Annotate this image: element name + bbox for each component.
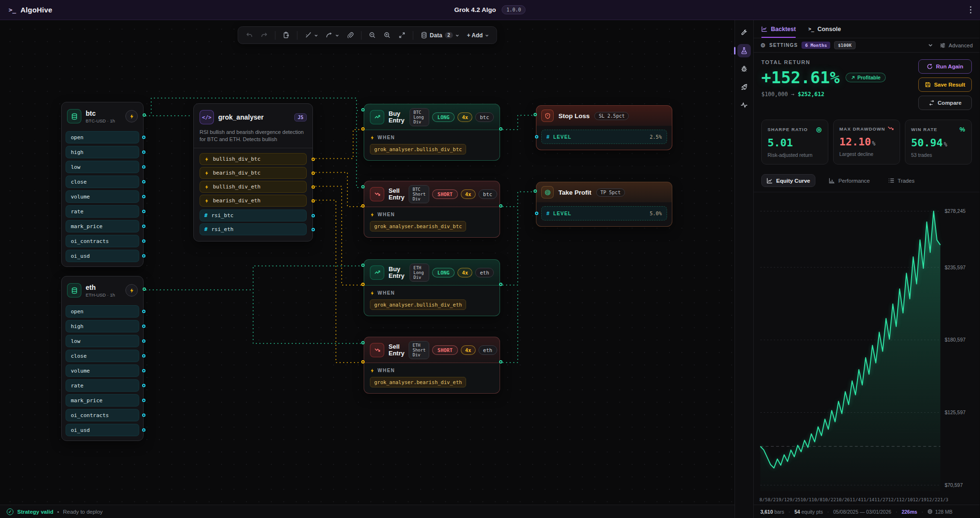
port-row: low xyxy=(66,335,139,347)
lightning-icon xyxy=(370,212,375,217)
tab-performance[interactable]: Performance xyxy=(824,175,875,187)
output-port[interactable] xyxy=(142,136,145,139)
port-label: rate xyxy=(71,383,84,389)
output-port[interactable] xyxy=(142,165,145,169)
output-port[interactable] xyxy=(142,399,145,402)
exec-output-port[interactable] xyxy=(499,360,502,364)
output-port[interactable] xyxy=(142,151,145,154)
market-input-port[interactable] xyxy=(361,108,365,111)
exec-input-port[interactable] xyxy=(534,189,537,193)
strategy-canvas[interactable]: Data 2 + Add xyxy=(0,20,735,518)
attach-icon[interactable] xyxy=(344,29,356,41)
node-stop-loss[interactable]: Stop Loss SL 2.5pct # LEVEL 2.5% xyxy=(536,105,672,150)
tab-equity-curve[interactable]: Equity Curve xyxy=(761,174,815,187)
output-port[interactable] xyxy=(142,225,145,228)
x-tick-label: 12/19 xyxy=(913,497,926,502)
redo-icon[interactable] xyxy=(257,29,270,41)
total-return-value: +152.61% xyxy=(761,68,840,87)
clipboard-icon[interactable] xyxy=(279,29,292,41)
exec-output-port[interactable] xyxy=(499,204,502,208)
node-eth-data[interactable]: eth ETH-USD · 1h open high low close vol… xyxy=(61,276,144,441)
compare-button[interactable]: Compare xyxy=(918,96,972,110)
list-icon xyxy=(888,177,894,184)
period-badge[interactable]: 6 Months xyxy=(802,42,830,49)
tab-backtest[interactable]: Backtest xyxy=(761,20,796,38)
output-port[interactable] xyxy=(142,354,145,358)
node-buy-entry-eth[interactable]: Buy Entry ETH Long Div LONG 4x eth WHEN … xyxy=(364,259,500,316)
fit-view-icon[interactable] xyxy=(395,29,408,41)
number-output-port[interactable] xyxy=(312,228,315,231)
output-port[interactable] xyxy=(142,210,145,213)
node-grok-analyser[interactable]: </> grok_analyser JS RSI bullish and bea… xyxy=(193,103,313,242)
monitor-activity-icon[interactable] xyxy=(737,99,751,112)
output-port[interactable] xyxy=(142,180,145,184)
output-port[interactable] xyxy=(142,429,145,432)
number-output-port[interactable] xyxy=(312,214,315,217)
signal-output-port[interactable] xyxy=(312,157,315,161)
market-input-port[interactable] xyxy=(361,185,365,188)
output-port[interactable] xyxy=(142,254,145,258)
magic-wand-icon[interactable] xyxy=(301,29,321,41)
level-input-port[interactable] xyxy=(535,135,538,139)
node-sell-entry-eth[interactable]: Sell Entry ETH Short Div SHORT 4x eth WH… xyxy=(364,337,500,394)
signal-output-port[interactable] xyxy=(312,199,315,202)
port-row: rate xyxy=(66,379,139,392)
deploy-rocket-icon[interactable] xyxy=(737,80,751,94)
lightning-badge-icon[interactable] xyxy=(125,284,138,297)
signal-input-port[interactable] xyxy=(361,204,365,208)
market-input-port[interactable] xyxy=(361,341,365,344)
x-tick-label: 1/3 xyxy=(940,497,948,502)
output-port[interactable] xyxy=(142,240,145,243)
level-input-port[interactable] xyxy=(535,212,538,215)
signal-output-port[interactable] xyxy=(312,185,315,188)
gear-icon[interactable]: ⚙ xyxy=(760,42,766,49)
overflow-menu-icon[interactable] xyxy=(970,6,971,13)
node-sell-entry-btc[interactable]: Sell Entry BTC Short Div SHORT 4x btc WH… xyxy=(364,181,500,238)
data-count-badge: 2 xyxy=(445,32,453,38)
x-tick-label: 12/22 xyxy=(926,497,940,502)
node-title: Sell Entry xyxy=(389,343,404,357)
signal-input-port[interactable] xyxy=(361,360,365,364)
save-result-button[interactable]: Save Result xyxy=(918,77,972,92)
signal-output-port[interactable] xyxy=(312,171,315,175)
advanced-toggle[interactable]: Advanced xyxy=(940,43,973,48)
output-port[interactable] xyxy=(142,195,145,198)
output-port[interactable] xyxy=(142,369,145,373)
output-port[interactable] xyxy=(142,310,145,313)
run-again-button[interactable]: Run Again xyxy=(918,59,972,74)
output-port[interactable] xyxy=(142,340,145,343)
output-port[interactable] xyxy=(142,384,145,387)
output-port[interactable] xyxy=(143,113,146,117)
exec-output-port[interactable] xyxy=(499,283,502,286)
port-row: close xyxy=(66,176,139,188)
port-row: oi_contracts xyxy=(66,235,139,247)
zoom-out-icon[interactable] xyxy=(366,29,379,41)
port-label: oi_usd xyxy=(71,427,90,433)
lightning-badge-icon[interactable] xyxy=(125,110,138,122)
profitable-badge: Profitable xyxy=(846,73,886,82)
signal-port-row: bullish_div_btc xyxy=(200,153,307,165)
zoom-in-icon[interactable] xyxy=(380,29,393,41)
tab-console[interactable]: >_ Console xyxy=(808,20,841,38)
output-port[interactable] xyxy=(142,414,145,417)
signal-input-port[interactable] xyxy=(361,283,365,286)
data-menu-button[interactable]: Data 2 xyxy=(417,29,462,41)
node-buy-entry-btc[interactable]: Buy Entry BTC Long Div LONG 4x btc WHEN … xyxy=(364,104,500,161)
capital-badge[interactable]: $100K xyxy=(834,41,856,49)
node-take-profit[interactable]: Take Profit TP 5pct # LEVEL 5.0% xyxy=(536,182,672,227)
output-port[interactable] xyxy=(142,325,145,328)
market-input-port[interactable] xyxy=(361,264,365,267)
exec-input-port[interactable] xyxy=(534,113,537,116)
output-port[interactable] xyxy=(143,287,146,291)
undo-icon[interactable] xyxy=(243,29,256,41)
chevron-down-icon[interactable] xyxy=(928,43,933,48)
tab-trades[interactable]: Trades xyxy=(883,175,919,187)
backtest-flask-icon[interactable] xyxy=(737,44,751,57)
debug-bug-icon[interactable] xyxy=(737,62,751,76)
build-hammer-icon[interactable] xyxy=(737,26,751,39)
wire-style-icon[interactable] xyxy=(323,29,342,41)
node-btc-data[interactable]: btc BTC-USD · 1h open high low close vol… xyxy=(61,102,144,267)
exec-output-port[interactable] xyxy=(499,127,502,131)
signal-input-port[interactable] xyxy=(361,127,365,131)
add-node-button[interactable]: + Add xyxy=(464,30,492,41)
